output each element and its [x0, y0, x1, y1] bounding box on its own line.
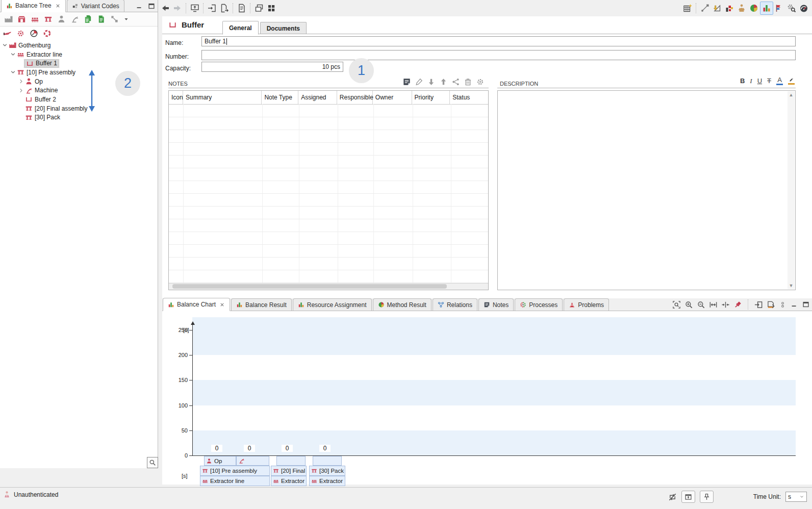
column-header[interactable]: Summary [183, 91, 262, 104]
tab-variant-codes[interactable]: Variant Codes [67, 0, 124, 12]
factory-icon[interactable] [3, 13, 13, 26]
chevron-down-icon[interactable] [9, 51, 16, 58]
column-header[interactable]: Owner [373, 91, 412, 104]
delete-icon[interactable] [464, 78, 472, 86]
import-icon[interactable] [206, 2, 218, 14]
italic-icon[interactable]: I [750, 78, 752, 84]
minimize-panel-icon[interactable] [133, 1, 145, 12]
resource-cell-machine[interactable]: Machine [236, 456, 269, 466]
chevron-right-icon[interactable] [17, 78, 24, 85]
copy-documents-icon[interactable] [83, 13, 93, 26]
balance-chart-view-icon[interactable] [760, 2, 773, 15]
line-cell[interactable]: Extractor [271, 476, 307, 486]
restore-layout-button[interactable] [681, 491, 695, 503]
hand-icon[interactable] [3, 29, 12, 38]
measure-icon[interactable] [711, 2, 723, 14]
tree-search-button[interactable] [147, 457, 158, 468]
highlight-icon[interactable] [788, 77, 795, 85]
scrollbar-thumb[interactable] [172, 284, 447, 289]
zoom-out-icon[interactable] [697, 300, 705, 309]
table-row[interactable] [169, 270, 488, 283]
share-icon[interactable] [451, 78, 460, 86]
resource-cell-empty[interactable] [313, 456, 342, 466]
time-unit-select[interactable]: s [785, 492, 807, 502]
maximize-panel-icon[interactable] [145, 1, 158, 12]
scroll-up-icon[interactable]: ▲ [788, 91, 795, 98]
dashboard-gauge-icon[interactable] [798, 2, 810, 14]
clock-icon[interactable] [30, 29, 38, 38]
back-icon[interactable] [159, 2, 171, 14]
column-header[interactable]: Status [450, 91, 488, 104]
table-row[interactable] [169, 206, 488, 219]
zoom-in-icon[interactable] [684, 300, 693, 309]
tab-general[interactable]: General [222, 21, 259, 35]
station-cell[interactable]: [20] Final [271, 466, 307, 476]
machine-icon[interactable] [69, 13, 80, 26]
tab-problems[interactable]: Problems [564, 298, 609, 311]
connection-icon[interactable] [109, 13, 119, 26]
forward-icon[interactable] [171, 2, 184, 14]
move-down-icon[interactable] [427, 78, 436, 86]
table-row[interactable] [169, 232, 488, 245]
table-row[interactable] [169, 193, 488, 207]
table-row[interactable] [169, 257, 488, 270]
number-input[interactable] [201, 50, 796, 60]
line-cell[interactable]: Extractor [309, 476, 345, 486]
ergonomics-person-icon[interactable] [735, 2, 748, 14]
cascade-windows-icon[interactable] [253, 2, 265, 14]
operator-icon[interactable] [56, 13, 66, 26]
balance-chart[interactable]: 0 50 100 150 200 250 [s] 0 0 0 0 Op Mach… [162, 311, 812, 485]
line-icon[interactable] [30, 13, 40, 26]
strikethrough-icon[interactable]: T [767, 78, 771, 84]
milestone-flags-icon[interactable] [773, 2, 785, 14]
station-cell[interactable]: [30] Pack [309, 466, 345, 476]
tab-balance-tree[interactable]: Balance Tree [1, 0, 66, 12]
tab-documents[interactable]: Documents [260, 22, 307, 34]
column-header[interactable]: Note Type [262, 91, 298, 104]
vertical-scrollbar[interactable]: ▲ ▼ [788, 91, 795, 289]
tab-balance-chart[interactable]: Balance Chart [163, 298, 230, 311]
tab-relations[interactable]: Relations [433, 298, 477, 311]
more-options-icon[interactable] [779, 301, 786, 309]
horizontal-scrollbar[interactable] [169, 283, 488, 290]
report-icon[interactable] [236, 2, 248, 14]
table-row[interactable] [169, 130, 488, 143]
tab-processes[interactable]: Processes [515, 298, 563, 311]
table-row[interactable] [169, 168, 488, 181]
tree-row[interactable]: Extractor line [0, 50, 158, 59]
description-textarea[interactable]: ▲ ▼ [497, 90, 796, 290]
pin-icon[interactable] [733, 300, 742, 309]
add-note-icon[interactable] [402, 78, 411, 86]
variant-flags-icon[interactable] [723, 2, 735, 14]
underline-icon[interactable]: U [757, 78, 762, 84]
tree-row[interactable]: Buffer 2 [0, 95, 158, 104]
capacity-input[interactable]: 10 pcs [201, 62, 343, 72]
tile-grid-icon[interactable] [265, 2, 277, 14]
resource-cell-empty[interactable] [276, 456, 306, 466]
table-row[interactable] [169, 181, 488, 194]
close-icon[interactable] [219, 302, 225, 308]
table-row[interactable] [169, 219, 488, 232]
table-row[interactable] [169, 104, 488, 117]
tab-notes[interactable]: Notes [478, 298, 514, 311]
move-up-icon[interactable] [439, 78, 448, 86]
save-image-icon[interactable] [767, 300, 775, 309]
table-row[interactable] [169, 244, 488, 258]
export-document-icon[interactable] [218, 2, 231, 14]
column-header[interactable]: Assigned [298, 91, 337, 104]
maximize-panel-icon[interactable] [802, 300, 810, 309]
tab-resource-assignment[interactable]: Resource Assignment [293, 298, 372, 311]
table-row[interactable] [169, 155, 488, 168]
station-cell[interactable]: [10] Pre assembly [200, 466, 270, 476]
scroll-down-icon[interactable]: ▼ [788, 282, 795, 289]
document-icon[interactable] [96, 13, 106, 26]
sync-off-icon[interactable] [668, 493, 677, 501]
chevron-down-icon[interactable] [9, 69, 16, 75]
station-icon[interactable] [43, 13, 53, 26]
new-table-icon[interactable] [681, 2, 694, 14]
pie-view-icon[interactable] [748, 2, 760, 14]
zoom-selection-icon[interactable] [672, 300, 681, 309]
line-cell[interactable]: Extractor line [200, 476, 270, 486]
tree-row-selected[interactable]: Buffer 1 [0, 59, 158, 68]
table-row[interactable] [169, 142, 488, 156]
